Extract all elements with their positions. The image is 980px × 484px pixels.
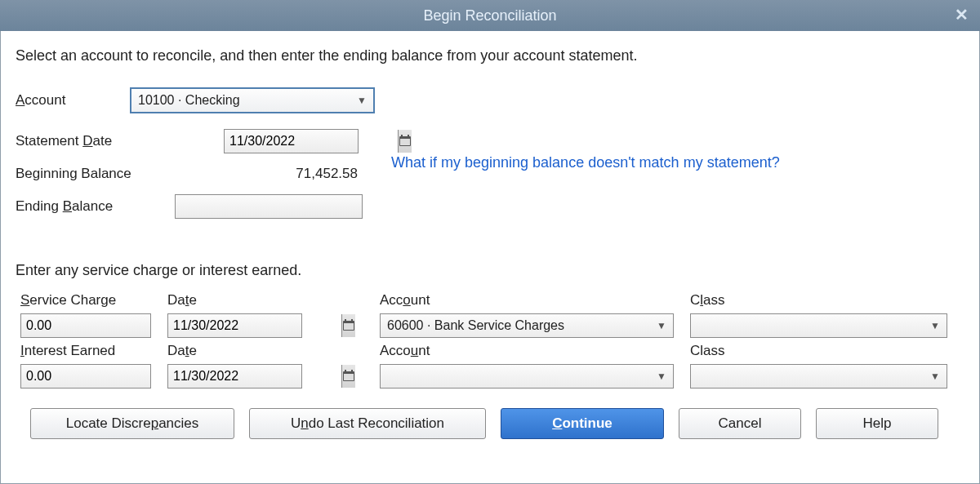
ie-account-header: Account <box>380 343 690 359</box>
svg-rect-2 <box>401 135 403 138</box>
sc-date-header: Date <box>167 292 380 309</box>
account-select-value: 10100 · Checking <box>138 93 240 108</box>
svg-rect-3 <box>408 135 409 138</box>
chevron-down-icon: ▼ <box>930 320 940 331</box>
service-charge-account-select[interactable]: 60600 · Bank Service Charges ▼ <box>380 313 674 338</box>
calendar-icon[interactable] <box>398 130 412 153</box>
ending-balance-field[interactable] <box>176 195 362 218</box>
beginning-balance-label: Beginning Balance <box>16 166 175 182</box>
service-charge-amount-cell <box>20 313 167 338</box>
chevron-down-icon: ▼ <box>657 320 666 331</box>
chevron-down-icon: ▼ <box>930 371 940 382</box>
service-charge-account-cell: 60600 · Bank Service Charges ▼ <box>380 313 690 338</box>
calendar-icon[interactable] <box>341 365 355 388</box>
interest-earned-date-cell <box>167 364 380 389</box>
ending-balance-input[interactable] <box>175 194 363 219</box>
service-charge-account-value: 60600 · Bank Service Charges <box>387 318 564 333</box>
chevron-down-icon: ▼ <box>357 95 367 106</box>
ending-balance-row: Ending Balance <box>16 190 964 223</box>
service-charge-header: Service Charge <box>20 292 167 309</box>
cancel-button[interactable]: Cancel <box>679 408 801 439</box>
svg-rect-1 <box>400 139 410 145</box>
svg-rect-6 <box>345 319 346 322</box>
ie-date-header: Date <box>167 343 380 359</box>
svg-rect-10 <box>345 370 346 373</box>
account-label: Account <box>16 92 130 109</box>
close-icon[interactable]: ✕ <box>955 7 969 23</box>
charges-grid: Service Charge Date Account Class 60600 … <box>20 292 964 389</box>
account-row: Account 10100 · Checking ▼ <box>16 84 964 117</box>
window-title: Begin Reconciliation <box>423 7 556 24</box>
interest-earned-account-cell: ▼ <box>380 364 690 389</box>
titlebar: Begin Reconciliation ✕ <box>0 0 980 31</box>
svg-rect-5 <box>344 323 354 330</box>
account-select[interactable]: 10100 · Checking ▼ <box>130 87 375 113</box>
calendar-icon[interactable] <box>341 314 355 337</box>
beginning-balance-value: 71,452.58 <box>175 166 363 182</box>
service-charge-date-cell <box>167 313 380 338</box>
service-charge-date-input[interactable] <box>167 313 302 338</box>
chevron-down-icon: ▼ <box>657 371 666 382</box>
interest-earned-account-select[interactable]: ▼ <box>380 364 674 389</box>
interest-earned-date-input[interactable] <box>167 364 302 389</box>
interest-earned-class-cell: ▼ <box>690 364 960 389</box>
undo-last-reconciliation-button[interactable]: Undo Last Reconciliation <box>249 408 486 439</box>
sc-account-header: Account <box>380 292 690 309</box>
service-charge-class-cell: ▼ <box>690 313 960 338</box>
service-charge-amount-field[interactable] <box>20 313 151 338</box>
interest-earned-class-select[interactable]: ▼ <box>690 364 947 389</box>
statement-date-input[interactable] <box>224 129 359 153</box>
main-form-area: Account 10100 · Checking ▼ Statement Dat… <box>16 84 964 239</box>
interest-earned-date-field[interactable] <box>168 365 341 388</box>
statement-date-label: Statement Date <box>16 133 224 149</box>
svg-rect-7 <box>351 319 353 322</box>
help-button[interactable]: Help <box>816 408 938 439</box>
statement-date-field[interactable] <box>225 130 398 153</box>
charges-section-label: Enter any service charge or interest ear… <box>16 262 964 279</box>
statement-date-row: Statement Date <box>16 125 964 158</box>
ending-balance-label: Ending Balance <box>16 198 175 215</box>
service-charge-class-select[interactable]: ▼ <box>690 313 947 338</box>
locate-discrepancies-button[interactable]: Locate Discrepancies <box>30 408 234 439</box>
svg-rect-9 <box>344 374 354 380</box>
interest-earned-amount-field[interactable] <box>20 364 151 389</box>
instruction-text: Select an account to reconcile, and then… <box>16 47 964 64</box>
sc-class-header: Class <box>690 292 960 309</box>
dialog-body: Select an account to reconcile, and then… <box>0 31 980 484</box>
button-bar: Locate Discrepancies Undo Last Reconcili… <box>16 408 964 439</box>
beginning-balance-help-link[interactable]: What if my beginning balance doesn't mat… <box>391 154 780 171</box>
interest-earned-amount-cell <box>20 364 167 389</box>
svg-rect-11 <box>351 370 353 373</box>
interest-earned-header: Interest Earned <box>20 343 167 359</box>
service-charge-date-field[interactable] <box>168 314 341 337</box>
ie-class-header: Class <box>690 343 960 359</box>
continue-button[interactable]: Continue <box>501 408 664 439</box>
